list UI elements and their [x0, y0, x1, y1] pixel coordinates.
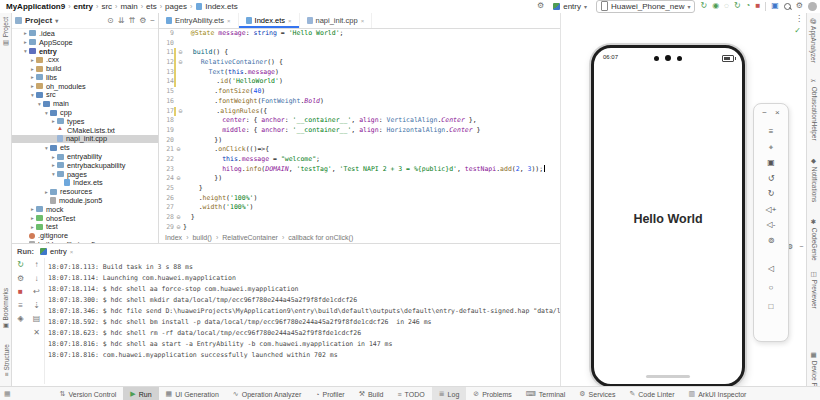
- rotate-left-icon[interactable]: ↺: [768, 171, 775, 187]
- tool-strip-previewer[interactable]: ◫ Previewer: [810, 270, 818, 309]
- tree-item-mock[interactable]: ▸mock: [12, 205, 158, 214]
- breadcrumb-item-pages[interactable]: pages: [165, 2, 187, 11]
- breadcrumb-item-src[interactable]: src: [101, 2, 112, 11]
- close-icon[interactable]: ×: [361, 18, 365, 24]
- editor-breadcrumb-item-build[interactable]: build(): [192, 234, 211, 241]
- status-item-code-linter[interactable]: ✎Code Linter: [622, 387, 681, 400]
- minimize-icon[interactable]: −: [762, 107, 767, 119]
- toolbar-settings-icon[interactable]: ⚙: [537, 0, 544, 12]
- tree-item-cxx[interactable]: ▸.cxx: [12, 55, 158, 64]
- tool-strip-structure[interactable]: ≡ Structure: [2, 344, 10, 376]
- scroll-to-end-icon[interactable]: ⇣: [33, 299, 40, 313]
- tree-item-resources[interactable]: ▸resources: [12, 187, 158, 196]
- tree-item-test[interactable]: ▸test: [12, 223, 158, 232]
- pin-icon[interactable]: ◈: [17, 312, 23, 326]
- soft-wrap-icon[interactable]: ↩: [33, 285, 40, 299]
- tool-strip-device-file-browser[interactable]: ▦ Device File Browser: [810, 351, 818, 386]
- back-icon[interactable]: ◁: [768, 259, 774, 278]
- hello-world-text[interactable]: Hello World: [594, 212, 742, 226]
- project-panel-title[interactable]: Project ▾: [15, 16, 58, 25]
- volume-up-icon[interactable]: ◁+: [766, 202, 777, 218]
- editor-breadcrumb-item-index[interactable]: Index: [165, 234, 182, 241]
- tree-item-cpp[interactable]: ▾cpp: [12, 108, 158, 117]
- tree-item-main[interactable]: ▾main: [12, 99, 158, 108]
- run-config-selector[interactable]: entry ▾: [549, 1, 591, 12]
- rotate-right-icon[interactable]: ↻: [768, 186, 775, 202]
- code-area[interactable]: 9 @State message: string = 'Hello World'…: [159, 29, 560, 232]
- breadcrumb-item-index-ets[interactable]: Index.ets: [205, 2, 237, 11]
- tree-item-build[interactable]: ▸build: [12, 64, 158, 73]
- tab-entryability-ets[interactable]: EntryAbility.ets×: [159, 13, 239, 28]
- status-item-arkui-inspector[interactable]: ▥ArkUI Inspector: [682, 387, 754, 400]
- tree-item-entrybackupability[interactable]: ▸entrybackupability: [12, 161, 158, 170]
- profile-avatar[interactable]: [808, 2, 817, 11]
- recents-icon[interactable]: □: [769, 297, 774, 316]
- tree-item-types[interactable]: ▸types: [12, 117, 158, 126]
- status-item-run[interactable]: ▶Run: [123, 387, 158, 400]
- status-item-version-control[interactable]: ⇅Version Control: [53, 387, 124, 400]
- pointer-icon[interactable]: ⌖: [769, 140, 774, 156]
- locate-file-icon[interactable]: ⊙: [107, 15, 114, 27]
- tab-index-ets[interactable]: Index.ets×: [239, 13, 300, 28]
- stop-icon[interactable]: ■: [18, 285, 23, 299]
- tab-napi-init-cpp[interactable]: napi_init.cpp×: [300, 13, 373, 28]
- tree-item-libs[interactable]: ▸libs: [12, 73, 158, 82]
- collapse-all-icon[interactable]: ⇈: [128, 15, 135, 27]
- tree-item-idea[interactable]: ▸.idea: [12, 29, 158, 38]
- search-everywhere-icon[interactable]: [784, 3, 791, 10]
- tree-item-entry[interactable]: ▾entry: [12, 47, 158, 56]
- status-item-problems[interactable]: ⊘Problems: [466, 387, 518, 400]
- tree-item-module-json5[interactable]: module.json5: [12, 196, 158, 205]
- status-item-terminal[interactable]: ⌨Terminal: [519, 387, 573, 400]
- close-icon[interactable]: ×: [227, 18, 231, 24]
- editor-breadcrumb-item-callback-for-onclick[interactable]: callback for onClick(): [288, 234, 353, 241]
- panel-settings-icon[interactable]: ⚙: [139, 15, 146, 27]
- editor-breadcrumb-item-relativecontainer[interactable]: RelativeContainer: [222, 234, 278, 241]
- profiler-icon[interactable]: ◔: [746, 0, 751, 12]
- device-manager-icon[interactable]: ▣: [771, 0, 779, 12]
- close-icon[interactable]: ×: [288, 18, 292, 24]
- status-item-profiler[interactable]: ◔Profiler: [308, 387, 351, 400]
- status-item-build[interactable]: ⚒Build: [352, 387, 391, 400]
- tool-strip-project[interactable]: ▤ Project: [2, 17, 10, 47]
- debug-icon[interactable]: ◉: [712, 0, 719, 12]
- tree-item-index-ets[interactable]: Index.ets: [12, 179, 158, 188]
- tree-item-ets[interactable]: ▾ets: [12, 143, 158, 152]
- ide-settings-icon[interactable]: ⚙: [796, 0, 803, 12]
- run-tab-entry[interactable]: entry ×: [40, 247, 73, 256]
- tool-strip-bookmarks[interactable]: ▣ Bookmarks: [2, 288, 10, 330]
- status-item-operation-analyzer[interactable]: ∿Operation Analyzer: [226, 387, 308, 400]
- tree-item-oh-modules[interactable]: ▸oh_modules: [12, 82, 158, 91]
- clear-all-icon[interactable]: ✕: [33, 326, 40, 340]
- home-icon[interactable]: ○: [769, 278, 774, 297]
- emulator-phone[interactable]: 06:07 Hello World: [591, 45, 745, 387]
- tree-item-pages[interactable]: ▾pages: [12, 170, 158, 179]
- minimize-icon[interactable]: −: [799, 243, 803, 251]
- close-icon[interactable]: ×: [70, 249, 74, 255]
- expand-all-icon[interactable]: ⇊: [118, 15, 125, 27]
- screenshot-icon[interactable]: ▣: [767, 155, 775, 171]
- restart-app-icon[interactable]: ↻: [734, 0, 741, 12]
- tree-item-src[interactable]: ▾src: [12, 91, 158, 100]
- up-stack-trace-icon[interactable]: ↑: [35, 258, 39, 272]
- tree-item-gitignore[interactable]: .gitignore: [12, 231, 158, 240]
- power-icon[interactable]: ⊚: [768, 233, 775, 249]
- breadcrumb-item-ets[interactable]: ets: [146, 2, 157, 11]
- menu-icon[interactable]: ≡: [769, 124, 774, 140]
- status-item-ui-generation[interactable]: ▦UI Generation: [159, 387, 226, 400]
- stop-icon[interactable]: ■: [755, 0, 760, 12]
- tree-item-entryability[interactable]: ▸entryability: [12, 152, 158, 161]
- tool-window-switcher-icon[interactable]: ▦: [0, 390, 15, 398]
- previewer-menu-icon[interactable]: ⋮: [795, 14, 803, 23]
- print-icon[interactable]: ▤: [33, 312, 41, 326]
- tool-strip-obfuscation-helper[interactable]: ✂ ObfuscationHelper: [810, 77, 818, 141]
- status-item-log[interactable]: ≣Log: [432, 387, 467, 400]
- tree-item-cmakelists-txt[interactable]: CMakeLists.txt: [12, 126, 158, 135]
- device-selector[interactable]: Huawei_Phone_new ▾: [596, 0, 695, 13]
- breadcrumb-item-entry[interactable]: entry: [73, 2, 93, 11]
- run-settings-icon[interactable]: ⚙: [17, 272, 24, 286]
- console-options-icon[interactable]: ≡: [18, 299, 23, 313]
- tree-item-appscope[interactable]: ▸AppScope: [12, 38, 158, 47]
- volume-down-icon[interactable]: ◁-: [767, 217, 776, 233]
- hide-panel-icon[interactable]: −: [150, 15, 155, 27]
